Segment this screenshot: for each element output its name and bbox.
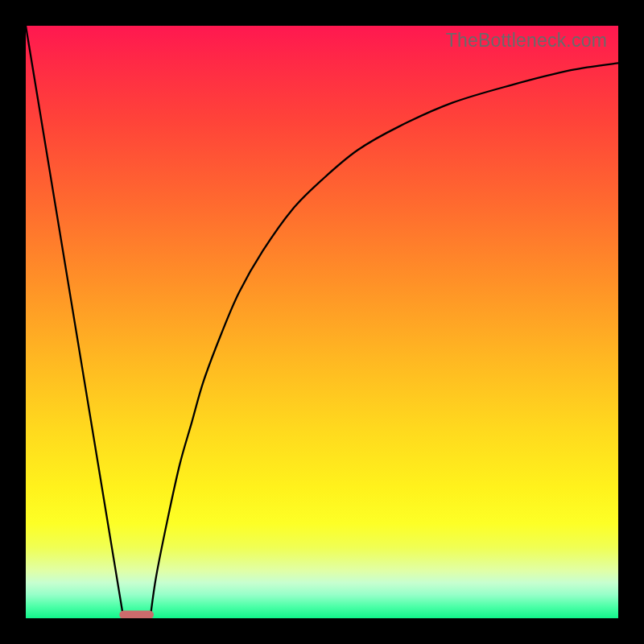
curve-layer [26, 26, 618, 618]
bottleneck-curve [26, 26, 618, 618]
attribution-text: TheBottleneck.com [446, 30, 607, 52]
chart-stage: TheBottleneck.com [0, 0, 644, 644]
min-marker [119, 610, 154, 618]
plot-area: TheBottleneck.com [26, 26, 618, 618]
